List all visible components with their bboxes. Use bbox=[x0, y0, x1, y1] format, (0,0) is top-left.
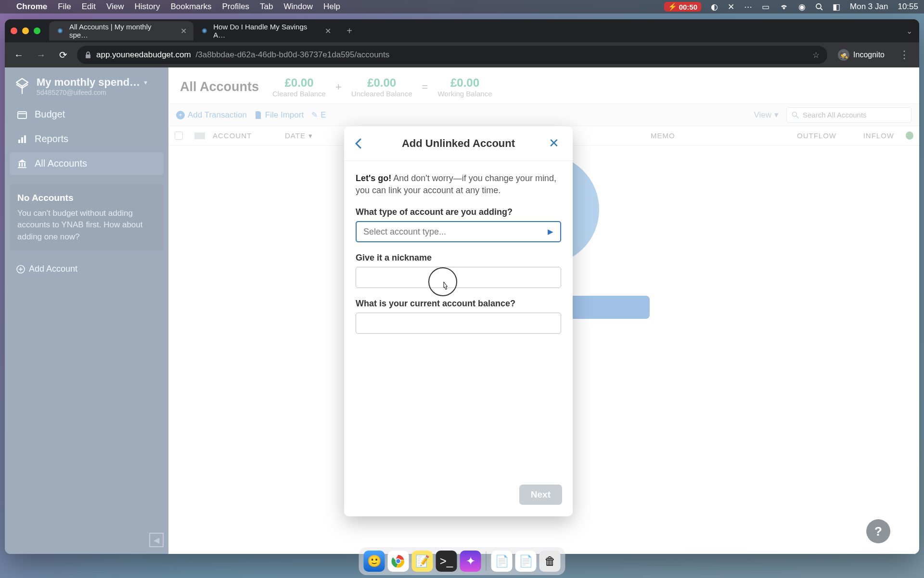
select-all-checkbox[interactable] bbox=[168, 131, 189, 140]
address-bar[interactable]: app.youneedabudget.com/3a8bbdae-d62a-46d… bbox=[77, 46, 827, 64]
menubar-window[interactable]: Window bbox=[284, 2, 313, 12]
sidebar-header[interactable]: My monthly spend… ▾ 5d485270@uifeed.com bbox=[10, 74, 164, 101]
bookmark-star-icon[interactable]: ☆ bbox=[812, 50, 820, 60]
col-inflow[interactable]: INFLOW bbox=[842, 131, 900, 140]
user-email: 5d485270@uifeed.com bbox=[37, 89, 147, 96]
account-type-select[interactable]: Select account type... ▶ bbox=[356, 221, 561, 242]
modal-title: Add Unlinked Account bbox=[368, 137, 549, 150]
dock-chrome[interactable] bbox=[388, 551, 409, 572]
dock-trash[interactable]: 🗑 bbox=[539, 551, 561, 572]
working-balance: £0.00 Working Balance bbox=[437, 76, 492, 98]
incognito-indicator[interactable]: 🕵 Incognito bbox=[833, 47, 889, 63]
incognito-label: Incognito bbox=[853, 51, 885, 59]
sidebar-item-reports[interactable]: Reports bbox=[10, 128, 164, 150]
col-outflow[interactable]: OUTFLOW bbox=[770, 131, 842, 140]
dock-file-2[interactable]: 📄 bbox=[515, 551, 537, 572]
sidebar-item-label: Reports bbox=[35, 133, 68, 144]
col-account[interactable]: ACCOUNT bbox=[207, 131, 279, 140]
sidebar-item-label: All Accounts bbox=[35, 158, 87, 169]
plus-circle-icon bbox=[16, 265, 25, 274]
file-import-button[interactable]: File Import bbox=[255, 110, 304, 120]
menubar-edit[interactable]: Edit bbox=[82, 2, 96, 12]
sidebar-item-all-accounts[interactable]: All Accounts bbox=[10, 152, 164, 175]
balance-input[interactable] bbox=[356, 313, 561, 334]
nickname-input[interactable] bbox=[356, 267, 561, 288]
sidebar-add-account-button[interactable]: Add Account bbox=[10, 259, 164, 279]
sidebar-item-budget[interactable]: Budget bbox=[10, 103, 164, 126]
flag-column[interactable] bbox=[189, 132, 207, 139]
window-close-button[interactable] bbox=[11, 27, 17, 34]
edit-button[interactable]: ✎ E bbox=[311, 110, 326, 120]
chrome-menu-button[interactable]: ⋮ bbox=[895, 49, 913, 61]
dock-notes[interactable]: 📝 bbox=[412, 551, 433, 572]
dock-terminal[interactable]: >_ bbox=[436, 551, 457, 572]
status-icon-2[interactable]: ✕ bbox=[728, 2, 734, 12]
menubar-profiles[interactable]: Profiles bbox=[222, 2, 249, 12]
modal-back-button[interactable] bbox=[355, 138, 368, 149]
tab-favicon-icon: ✺ bbox=[200, 26, 208, 35]
forward-button[interactable]: → bbox=[33, 47, 49, 63]
help-button[interactable]: ? bbox=[866, 519, 890, 543]
window-maximize-button[interactable] bbox=[34, 27, 40, 34]
menubar-view[interactable]: View bbox=[106, 2, 124, 12]
svg-rect-8 bbox=[19, 163, 20, 167]
search-input[interactable] bbox=[803, 111, 906, 119]
add-transaction-button[interactable]: + Add Transaction bbox=[176, 110, 247, 120]
tab-overflow-button[interactable]: ⌄ bbox=[906, 26, 912, 36]
sidebar-collapse-button[interactable]: ◀ bbox=[149, 533, 164, 547]
menubar-date[interactable]: Mon 3 Jan bbox=[850, 2, 888, 12]
menubar-time[interactable]: 10:55 bbox=[898, 2, 918, 12]
svg-rect-6 bbox=[21, 137, 23, 143]
sidebar: My monthly spend… ▾ 5d485270@uifeed.com … bbox=[5, 67, 168, 554]
tab-title: All Accounts | My monthly spe… bbox=[69, 23, 172, 39]
wifi-icon[interactable] bbox=[779, 3, 789, 10]
back-button[interactable]: ← bbox=[11, 47, 27, 63]
budget-switcher-caret-icon[interactable]: ▾ bbox=[144, 79, 147, 86]
menubar-app-name[interactable]: Chrome bbox=[16, 2, 47, 12]
tab-close-button[interactable]: ✕ bbox=[325, 26, 331, 36]
battery-icon[interactable]: ▭ bbox=[762, 2, 770, 12]
dock-file-1[interactable]: 📄 bbox=[491, 551, 513, 572]
browser-tab-active[interactable]: ✺ All Accounts | My monthly spe… ✕ bbox=[49, 21, 193, 40]
status-icon-3[interactable]: ⋯ bbox=[744, 2, 752, 12]
search-icon bbox=[792, 111, 799, 118]
col-memo[interactable]: MEMO bbox=[645, 131, 770, 140]
window-controls bbox=[11, 27, 40, 34]
next-button[interactable]: Next bbox=[519, 485, 562, 505]
app-content: My monthly spend… ▾ 5d485270@uifeed.com … bbox=[5, 67, 919, 554]
tab-favicon-icon: ✺ bbox=[56, 26, 64, 35]
search-container bbox=[786, 107, 911, 123]
svg-line-16 bbox=[796, 116, 798, 118]
dock-finder[interactable]: 🙂 bbox=[364, 551, 385, 572]
spotlight-icon[interactable] bbox=[815, 3, 823, 11]
view-dropdown[interactable]: View ▾ bbox=[754, 110, 779, 120]
tab-close-button[interactable]: ✕ bbox=[180, 26, 187, 36]
battery-status[interactable]: ⚡00:50 bbox=[664, 2, 701, 12]
status-icon-1[interactable]: ◐ bbox=[711, 2, 718, 12]
tab-strip: ✺ All Accounts | My monthly spe… ✕ ✺ How… bbox=[5, 19, 919, 42]
col-date[interactable]: DATE ▾ bbox=[279, 131, 342, 140]
menubar-file[interactable]: File bbox=[58, 2, 71, 12]
dock-app[interactable]: ✦ bbox=[460, 551, 481, 572]
modal-close-button[interactable]: ✕ bbox=[549, 136, 562, 151]
menubar-help[interactable]: Help bbox=[323, 2, 340, 12]
nickname-label: Give it a nickname bbox=[356, 253, 561, 263]
svg-rect-7 bbox=[24, 135, 26, 143]
siri-icon[interactable]: ◧ bbox=[833, 2, 840, 12]
add-account-label: Add Account bbox=[29, 264, 77, 274]
macos-dock: 🙂 📝 >_ ✦ 📄 📄 🗑 bbox=[359, 547, 565, 575]
col-cleared[interactable] bbox=[900, 131, 919, 140]
select-caret-icon: ▶ bbox=[548, 227, 553, 236]
menubar-bookmarks[interactable]: Bookmarks bbox=[170, 2, 211, 12]
browser-tab[interactable]: ✺ How Do I Handle My Savings A… ✕ bbox=[193, 21, 338, 40]
menubar-history[interactable]: History bbox=[134, 2, 160, 12]
reload-button[interactable]: ⟳ bbox=[55, 47, 71, 63]
new-tab-button[interactable]: + bbox=[342, 23, 357, 39]
control-center-icon[interactable]: ◉ bbox=[798, 2, 806, 12]
url-path: /3a8bbdae-d62a-46db-bd0d-36737e1da595/ac… bbox=[196, 50, 390, 60]
window-minimize-button[interactable] bbox=[22, 27, 29, 34]
menubar-tab[interactable]: Tab bbox=[260, 2, 273, 12]
svg-line-1 bbox=[821, 8, 822, 10]
reports-icon bbox=[16, 134, 28, 144]
plus-operator: + bbox=[335, 81, 342, 93]
